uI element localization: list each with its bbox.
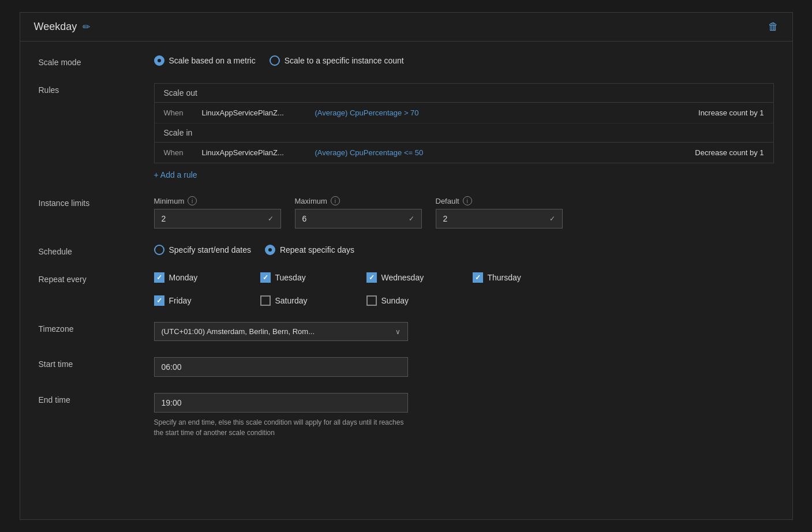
wednesday-check: ✓	[369, 274, 375, 282]
default-label: Default	[436, 197, 459, 205]
days-grid: ✓ Monday ✓ Tuesday ✓	[154, 272, 774, 306]
sunday-checkbox[interactable]	[366, 295, 377, 306]
end-time-row: End time Specify an end time, else this …	[39, 393, 774, 438]
end-time-content: Specify an end time, else this scale con…	[154, 393, 774, 438]
schedule-radio-group: Specify start/end dates Repeat specific …	[154, 245, 774, 255]
day-thursday[interactable]: ✓ Thursday	[473, 272, 565, 283]
scale-metric-label: Scale based on a metric	[169, 56, 256, 65]
thursday-check: ✓	[475, 274, 481, 282]
timezone-content: (UTC+01:00) Amsterdam, Berlin, Bern, Rom…	[154, 322, 774, 341]
tuesday-check: ✓	[263, 274, 268, 282]
timezone-select[interactable]: (UTC+01:00) Amsterdam, Berlin, Bern, Rom…	[154, 322, 408, 341]
scale-out-resource: LinuxAppServicePlanZ...	[202, 108, 306, 117]
days-row-1: ✓ Monday ✓ Tuesday ✓	[154, 272, 774, 283]
scale-in-action: Decrease count by 1	[695, 148, 764, 157]
start-time-content	[154, 357, 774, 377]
instance-limits-label: Instance limits	[39, 196, 154, 208]
instance-limits-content: Minimum i 2 ✓ Maximum i	[154, 196, 774, 228]
day-saturday[interactable]: Saturday	[260, 295, 353, 306]
minimum-select[interactable]: 2 ✓	[154, 209, 281, 228]
minimum-label: Minimum	[154, 197, 185, 205]
end-time-label: End time	[39, 393, 154, 404]
wednesday-checkbox[interactable]: ✓	[366, 272, 377, 283]
minimum-chevron: ✓	[268, 215, 274, 223]
sunday-label: Sunday	[381, 296, 409, 305]
default-select[interactable]: 2 ✓	[436, 209, 563, 228]
scale-out-action: Increase count by 1	[698, 108, 764, 117]
saturday-checkbox[interactable]	[260, 295, 271, 306]
scale-instance-label: Scale to a specific instance count	[285, 56, 404, 65]
monday-checkbox[interactable]: ✓	[154, 272, 164, 283]
days-row-2: ✓ Friday Saturday Sunday	[154, 295, 774, 306]
day-friday[interactable]: ✓ Friday	[154, 295, 246, 306]
maximum-info-icon[interactable]: i	[331, 196, 340, 205]
tuesday-checkbox[interactable]: ✓	[260, 272, 271, 283]
maximum-value: 6	[302, 214, 307, 223]
scale-in-header: Scale in	[155, 123, 773, 143]
maximum-select[interactable]: 6 ✓	[295, 209, 422, 228]
end-time-hint: Specify an end time, else this scale con…	[154, 417, 408, 438]
start-time-label: Start time	[39, 357, 154, 369]
card-title-text: Weekday	[34, 21, 77, 33]
saturday-label: Saturday	[275, 296, 308, 305]
start-time-input[interactable]	[154, 357, 408, 377]
repeat-days-radio[interactable]	[265, 245, 275, 255]
specify-dates-label: Specify start/end dates	[169, 245, 251, 254]
repeat-days-option[interactable]: Repeat specific days	[265, 245, 354, 255]
scale-mode-radio-group: Scale based on a metric Scale to a speci…	[154, 55, 774, 66]
scale-out-header: Scale out	[155, 84, 773, 103]
rules-row: Rules Scale out When LinuxAppServicePlan…	[39, 83, 774, 180]
maximum-chevron: ✓	[409, 215, 414, 223]
default-chevron: ✓	[549, 215, 555, 223]
schedule-row: Schedule Specify start/end dates Repeat …	[39, 245, 774, 256]
specify-dates-option[interactable]: Specify start/end dates	[154, 245, 251, 255]
tuesday-label: Tuesday	[275, 273, 306, 282]
instance-limits-group: Minimum i 2 ✓ Maximum i	[154, 196, 774, 228]
day-wednesday[interactable]: ✓ Wednesday	[366, 272, 459, 283]
scale-metric-option[interactable]: Scale based on a metric	[154, 55, 256, 66]
minimum-group: Minimum i 2 ✓	[154, 196, 281, 228]
scale-out-rule[interactable]: When LinuxAppServicePlanZ... (Average) C…	[155, 103, 773, 123]
day-monday[interactable]: ✓ Monday	[154, 272, 246, 283]
add-rule-link[interactable]: + Add a rule	[154, 163, 197, 179]
start-time-row: Start time	[39, 357, 774, 377]
edit-icon[interactable]: ✏	[83, 21, 90, 32]
rules-section: Scale out When LinuxAppServicePlanZ... (…	[154, 83, 774, 163]
default-group: Default i 2 ✓	[436, 196, 563, 228]
instance-limits-row: Instance limits Minimum i 2 ✓	[39, 196, 774, 228]
default-value: 2	[443, 214, 448, 223]
scale-instance-radio[interactable]	[270, 55, 280, 66]
scale-out-condition: (Average) CpuPercentage > 70	[315, 108, 690, 117]
scale-out-when: When	[164, 108, 193, 117]
card-body: Scale mode Scale based on a metric Scale…	[20, 42, 792, 468]
default-info-icon[interactable]: i	[463, 196, 472, 205]
scale-in-rule[interactable]: When LinuxAppServicePlanZ... (Average) C…	[155, 143, 773, 163]
specify-dates-radio[interactable]	[154, 245, 164, 255]
minimum-value: 2	[162, 214, 166, 223]
minimum-label-group: Minimum i	[154, 196, 281, 205]
minimum-info-icon[interactable]: i	[188, 196, 197, 205]
day-tuesday[interactable]: ✓ Tuesday	[260, 272, 353, 283]
default-label-group: Default i	[436, 196, 563, 205]
repeat-every-content: ✓ Monday ✓ Tuesday ✓	[154, 272, 774, 306]
friday-check: ✓	[156, 297, 162, 305]
repeat-days-label: Repeat specific days	[280, 245, 354, 254]
scale-metric-radio[interactable]	[154, 55, 164, 66]
card-header: Weekday ✏ 🗑	[20, 13, 792, 42]
rules-content: Scale out When LinuxAppServicePlanZ... (…	[154, 83, 774, 180]
monday-label: Monday	[169, 273, 198, 282]
thursday-checkbox[interactable]: ✓	[473, 272, 483, 283]
repeat-every-row: Repeat every ✓ Monday ✓	[39, 272, 774, 306]
scale-instance-option[interactable]: Scale to a specific instance count	[270, 55, 404, 66]
end-time-input[interactable]	[154, 393, 408, 413]
delete-icon[interactable]: 🗑	[768, 21, 779, 33]
repeat-every-label: Repeat every	[39, 272, 154, 284]
scale-condition-card: Weekday ✏ 🗑 Scale mode Scale based on a …	[20, 12, 793, 520]
scale-in-when: When	[164, 148, 193, 157]
timezone-chevron: ∨	[395, 328, 401, 336]
maximum-label-group: Maximum i	[295, 196, 422, 205]
day-sunday[interactable]: Sunday	[366, 295, 459, 306]
maximum-label: Maximum	[295, 197, 327, 205]
rules-label: Rules	[39, 83, 154, 95]
friday-checkbox[interactable]: ✓	[154, 295, 164, 306]
